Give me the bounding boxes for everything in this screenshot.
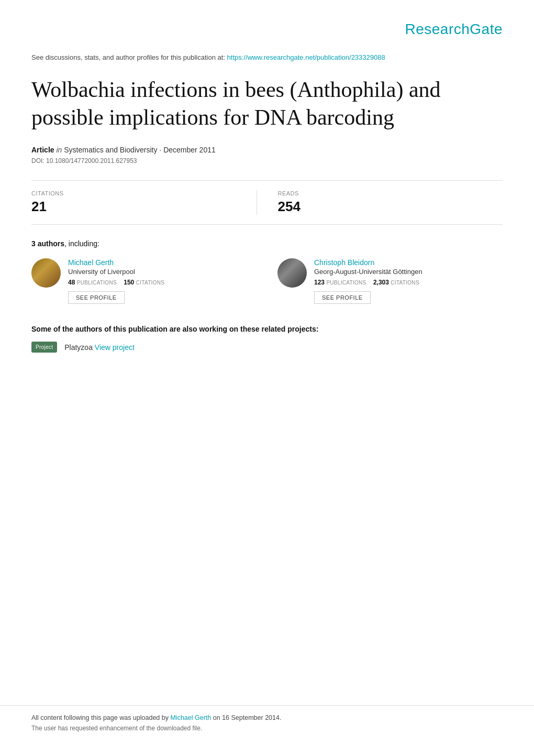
footer-note: The user has requested enhancement of th… <box>31 725 503 732</box>
article-separator: · <box>159 146 163 154</box>
author1-pub-label: PUBLICATIONS <box>77 280 117 286</box>
avatar-2 <box>277 258 307 288</box>
article-date: December 2011 <box>163 146 216 154</box>
author-affiliation-1: University of Liverpool <box>68 268 164 276</box>
see-profile-btn-2[interactable]: SEE PROFILE <box>314 291 371 304</box>
author-info-1: Michael Gerth University of Liverpool 48… <box>68 258 164 304</box>
author-card-1: Michael Gerth University of Liverpool 48… <box>31 258 257 304</box>
author-stats-2: 123 PUBLICATIONS 2,303 CITATIONS <box>314 279 422 286</box>
article-title: Wolbachia infections in bees (Anthophila… <box>31 76 503 131</box>
author2-pub-label: PUBLICATIONS <box>326 280 366 286</box>
project-name: Platyzoa <box>64 343 93 352</box>
author1-pub-count: 48 <box>68 279 75 286</box>
project-row: Project Platyzoa View project <box>31 342 503 353</box>
author-stats-1: 48 PUBLICATIONS 150 CITATIONS <box>68 279 164 286</box>
author-info-2: Christoph Bleidorn Georg-August-Universi… <box>314 258 422 304</box>
see-discussions-text: See discussions, stats, and author profi… <box>31 53 225 61</box>
related-projects-heading: Some of the authors of this publication … <box>31 325 503 333</box>
author-name-1[interactable]: Michael Gerth <box>68 258 164 267</box>
article-type-label: Article <box>31 146 54 154</box>
stats-section: CITATIONS 21 READS 254 <box>31 180 503 225</box>
header-logo-section: ResearchGate <box>31 21 503 38</box>
authors-heading: 3 authors, including: <box>31 239 503 248</box>
doi-line: DOI: 10.1080/14772000.2011.627953 <box>31 157 503 165</box>
citations-label: CITATIONS <box>31 190 257 196</box>
author1-cit-label: CITATIONS <box>136 280 165 286</box>
article-journal: Systematics and Biodiversity <box>64 146 157 154</box>
authors-count: 3 authors <box>31 239 64 248</box>
reads-stat: READS 254 <box>257 190 503 215</box>
doi-value: 10.1080/14772000.2011.627953 <box>46 157 137 165</box>
doi-label: DOI: <box>31 157 44 165</box>
article-meta: Article in Systematics and Biodiversity … <box>31 146 503 154</box>
author-top-1: Michael Gerth University of Liverpool 48… <box>31 258 257 304</box>
footer-suffix: on 16 September 2014. <box>213 714 282 721</box>
author-top-2: Christoph Bleidorn Georg-August-Universi… <box>277 258 503 304</box>
authors-heading-suffix: , including: <box>64 239 99 248</box>
article-in-label: in <box>56 146 64 154</box>
reads-label: READS <box>278 190 503 196</box>
project-badge: Project <box>31 342 57 353</box>
author1-cit-count: 150 <box>124 279 134 286</box>
footer: All content following this page was uplo… <box>0 705 534 740</box>
author-name-2[interactable]: Christoph Bleidorn <box>314 258 422 267</box>
authors-grid: Michael Gerth University of Liverpool 48… <box>31 258 503 304</box>
author-card-2: Christoph Bleidorn Georg-August-Universi… <box>277 258 503 304</box>
author2-pub-count: 123 <box>314 279 325 286</box>
publication-link[interactable]: https://www.researchgate.net/publication… <box>227 53 385 61</box>
researchgate-logo: ResearchGate <box>405 21 503 37</box>
citations-value: 21 <box>31 199 257 215</box>
see-discussions-bar: See discussions, stats, and author profi… <box>31 53 503 61</box>
reads-value: 254 <box>278 199 503 215</box>
view-project-link[interactable]: View project <box>95 343 135 352</box>
footer-prefix: All content following this page was uplo… <box>31 714 169 721</box>
author2-cit-count: 2,303 <box>373 279 389 286</box>
footer-text: All content following this page was uplo… <box>31 714 503 721</box>
avatar-1 <box>31 258 61 288</box>
project-text: Platyzoa View project <box>64 343 135 352</box>
see-profile-btn-1[interactable]: SEE PROFILE <box>68 291 125 304</box>
citations-stat: CITATIONS 21 <box>31 190 257 215</box>
uploader-name[interactable]: Michael Gerth <box>170 714 211 721</box>
author-affiliation-2: Georg-August-Universität Göttingen <box>314 268 422 276</box>
author2-cit-label: CITATIONS <box>391 280 419 286</box>
